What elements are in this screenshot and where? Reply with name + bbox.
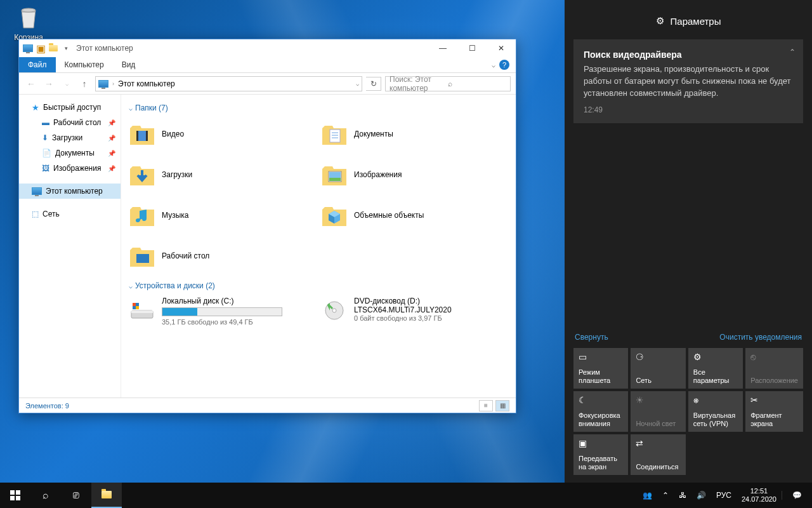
connect-icon: ⇄ xyxy=(636,438,680,448)
folder-documents[interactable]: Документы xyxy=(321,119,508,149)
address-text: Этот компьютер xyxy=(118,79,175,88)
svg-rect-2 xyxy=(136,131,138,141)
tile-project[interactable]: ▣Передавать на экран xyxy=(573,434,628,475)
collapse-link[interactable]: Свернуть xyxy=(575,333,608,342)
group-drives-header[interactable]: ⌵Устройства и диски (2) xyxy=(129,281,508,290)
star-icon: ★ xyxy=(32,103,39,112)
sidebar-documents[interactable]: 📄Документы📌 xyxy=(19,145,121,161)
desktop-icon: ▬ xyxy=(42,118,49,127)
objects3d-folder-icon xyxy=(321,202,348,229)
vpn-icon: ⎈ xyxy=(693,395,738,405)
sidebar-quick-access[interactable]: ★Быстрый доступ xyxy=(19,100,121,115)
svg-rect-10 xyxy=(329,178,341,181)
nav-forward-button[interactable]: → xyxy=(42,77,56,91)
chevron-down-icon: ⌵ xyxy=(129,283,133,290)
chevron-up-icon[interactable]: ⌃ xyxy=(789,47,796,58)
close-button[interactable]: ✕ xyxy=(487,39,516,57)
svg-rect-4 xyxy=(330,130,340,142)
start-button[interactable] xyxy=(0,483,30,508)
help-icon[interactable]: ? xyxy=(499,60,509,70)
notification-card[interactable]: ⌃ Поиск видеодрайвера Разрешение экрана,… xyxy=(573,39,803,123)
svg-rect-11 xyxy=(136,254,149,263)
tab-view[interactable]: Вид xyxy=(113,57,145,72)
chevron-down-icon: ⌵ xyxy=(129,105,133,112)
taskbar: ⌕ ⎚ 👥 ⌃ 🖧 🔊 РУС 12:51 24.07.2020 💬 xyxy=(0,483,812,508)
tray-volume-icon[interactable]: 🔊 xyxy=(691,483,711,508)
address-dropdown-icon[interactable]: ⌵ xyxy=(356,81,359,87)
qat-dropdown-icon[interactable]: ▾ xyxy=(61,43,71,53)
tile-location[interactable]: ⎋Расположение xyxy=(745,348,803,389)
search-button[interactable]: ⌕ xyxy=(30,483,61,508)
system-tray: 👥 ⌃ 🖧 🔊 РУС 12:51 24.07.2020 💬 xyxy=(638,483,812,508)
tray-network-icon[interactable]: 🖧 xyxy=(674,483,691,508)
moon-icon: ☾ xyxy=(579,395,623,405)
ribbon-collapse-icon[interactable]: ⌵ xyxy=(492,62,495,69)
tray-overflow-icon[interactable]: ⌃ xyxy=(657,483,674,508)
nav-recent-dropdown[interactable]: ⌵ xyxy=(60,77,74,91)
pin-icon: 📌 xyxy=(108,135,115,142)
tile-vpn[interactable]: ⎈Виртуальная сеть (VPN) xyxy=(688,391,743,432)
task-view-button[interactable]: ⎚ xyxy=(61,483,91,508)
tile-screen-snip[interactable]: ✂Фрагмент экрана xyxy=(745,391,803,432)
qat-properties-icon[interactable]: ▣ xyxy=(36,43,46,53)
nav-up-button[interactable]: ↑ xyxy=(77,77,91,91)
taskbar-file-explorer[interactable] xyxy=(91,483,122,508)
group-folders-header[interactable]: ⌵Папки (7) xyxy=(129,104,508,112)
svg-rect-15 xyxy=(133,303,136,306)
folder-downloads[interactable]: Загрузки xyxy=(129,159,316,190)
folder-video[interactable]: Видео xyxy=(129,119,316,149)
gear-icon: ⚙ xyxy=(693,352,738,362)
tray-people-icon[interactable]: 👥 xyxy=(638,483,657,508)
tile-focus-assist[interactable]: ☾Фокусировка внимания xyxy=(573,391,628,432)
sidebar-downloads[interactable]: ⬇Загрузки📌 xyxy=(19,130,121,145)
video-folder-icon xyxy=(129,121,155,147)
nav-back-button[interactable]: ← xyxy=(24,77,38,91)
tile-night-light[interactable]: ☀Ночной свет xyxy=(631,391,685,432)
folder-music[interactable]: Музыка xyxy=(129,200,316,231)
folder-3d-objects[interactable]: Объемные объекты xyxy=(321,200,508,231)
sidebar-pictures[interactable]: 🖼Изображения📌 xyxy=(19,161,121,176)
maximize-button[interactable]: ☐ xyxy=(457,39,487,57)
view-details-button[interactable]: ≡ xyxy=(479,400,493,411)
tile-tablet-mode[interactable]: ▭Режим планшета xyxy=(573,348,628,389)
documents-icon: 📄 xyxy=(42,149,51,157)
drive-c[interactable]: Локальный диск (C:) 35,1 ГБ свободно из … xyxy=(129,297,316,326)
refresh-button[interactable]: ↻ xyxy=(366,77,381,91)
tile-all-settings[interactable]: ⚙Все параметры xyxy=(688,348,743,389)
drive-d[interactable]: DVD-дисковод (D:) LTSCX64.MULTi7.JULY202… xyxy=(321,297,508,326)
address-input[interactable]: › Этот компьютер ⌵ xyxy=(95,76,362,91)
desktop-folder-icon xyxy=(129,243,155,269)
desktop-icon-recycle-bin[interactable]: Корзина xyxy=(10,4,48,42)
clear-notifications-link[interactable]: Очистить уведомления xyxy=(719,333,802,342)
window-title: Этот компьютер xyxy=(76,44,133,53)
view-tiles-button[interactable]: ▦ xyxy=(495,400,509,411)
ribbon-tabs: Файл Компьютер Вид ⌵ ? xyxy=(19,57,516,73)
content-pane: ⌵Папки (7) Видео Документы Загрузки Изоб… xyxy=(121,95,516,398)
quick-action-tiles: ▭Режим планшета ⚆Сеть ⚙Все параметры ⎋Ра… xyxy=(573,348,803,475)
tab-computer[interactable]: Компьютер xyxy=(56,57,113,72)
music-folder-icon xyxy=(129,202,155,229)
search-input[interactable]: Поиск: Этот компьютер ⌕ xyxy=(385,76,511,91)
action-center-panel: ⚙ Параметры ⌃ Поиск видеодрайвера Разреш… xyxy=(565,0,812,483)
action-center-header[interactable]: ⚙ Параметры xyxy=(573,15,803,27)
tile-network[interactable]: ⚆Сеть xyxy=(631,348,685,389)
action-center-button[interactable]: 💬 xyxy=(782,491,812,500)
qat-new-folder-icon[interactable] xyxy=(48,43,58,53)
folder-desktop[interactable]: Рабочий стол xyxy=(129,241,316,271)
folder-pictures[interactable]: Изображения xyxy=(321,159,508,190)
sidebar-network[interactable]: ⬚Сеть xyxy=(19,206,121,222)
minimize-button[interactable]: — xyxy=(428,39,457,57)
titlebar[interactable]: ▣ ▾ Этот компьютер — ☐ ✕ xyxy=(19,39,516,57)
tray-language[interactable]: РУС xyxy=(711,483,737,508)
dvd-icon xyxy=(321,297,348,323)
sidebar-this-pc[interactable]: Этот компьютер xyxy=(19,184,121,199)
gear-icon: ⚙ xyxy=(656,15,664,27)
pc-icon xyxy=(32,187,42,195)
recycle-bin-icon xyxy=(15,4,42,30)
tray-clock[interactable]: 12:51 24.07.2020 xyxy=(737,487,782,504)
sun-icon: ☀ xyxy=(636,395,680,405)
sidebar-desktop[interactable]: ▬Рабочий стол📌 xyxy=(19,115,121,130)
tab-file[interactable]: Файл xyxy=(19,57,56,72)
pictures-icon: 🖼 xyxy=(42,164,49,173)
tile-connect[interactable]: ⇄Соединиться xyxy=(631,434,685,475)
